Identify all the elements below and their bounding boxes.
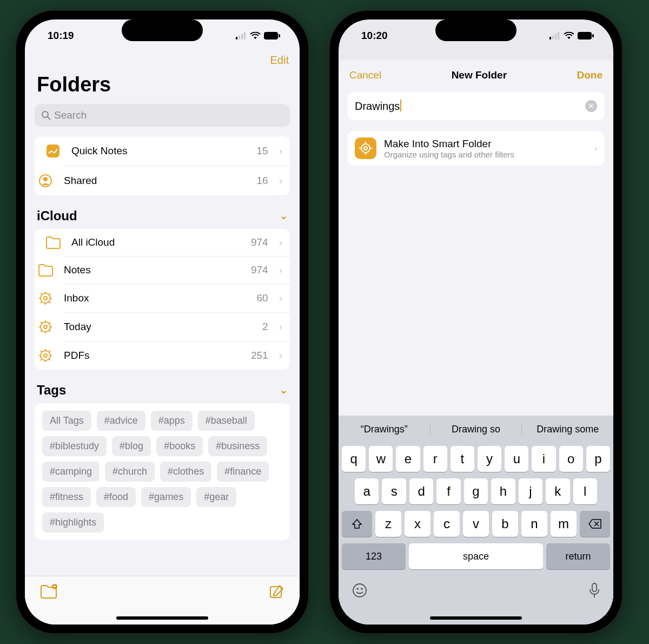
- tags-cloud: All Tags#advice#apps#baseball#biblestudy…: [35, 403, 290, 540]
- gear-icon: [38, 320, 52, 334]
- key-g[interactable]: g: [464, 478, 488, 504]
- tag-chip[interactable]: #finance: [217, 462, 269, 482]
- row-quick-notes[interactable]: Quick Notes 15 ›: [35, 136, 290, 166]
- backspace-key[interactable]: [580, 511, 610, 537]
- key-c[interactable]: c: [434, 511, 460, 537]
- tag-chip[interactable]: #gear: [196, 487, 236, 507]
- search-input[interactable]: Search: [35, 104, 290, 127]
- key-k[interactable]: k: [546, 478, 569, 504]
- tag-chip[interactable]: #advice: [97, 411, 145, 431]
- quicknote-icon: [45, 143, 61, 159]
- tag-chip[interactable]: #clothes: [160, 462, 211, 482]
- suggestion[interactable]: Drawing some: [521, 424, 613, 435]
- cancel-button[interactable]: Cancel: [349, 69, 381, 81]
- tag-chip[interactable]: All Tags: [42, 411, 91, 431]
- key-y[interactable]: y: [478, 446, 501, 472]
- key-j[interactable]: j: [519, 478, 542, 504]
- tag-chip[interactable]: #blog: [112, 436, 151, 456]
- key-b[interactable]: b: [492, 511, 518, 537]
- tag-chip[interactable]: #camping: [42, 462, 100, 482]
- edit-button[interactable]: Edit: [270, 54, 289, 67]
- key-m[interactable]: m: [551, 511, 577, 537]
- phone-left: 10:19 Edit Folders Search Quick No: [16, 11, 308, 633]
- tag-chip[interactable]: #fitness: [42, 487, 91, 507]
- tag-chip[interactable]: #food: [96, 487, 136, 507]
- space-key[interactable]: space: [409, 543, 543, 569]
- folder-icon: [45, 236, 61, 249]
- nav-header: Edit: [25, 52, 300, 72]
- shift-key[interactable]: [342, 511, 372, 537]
- svg-rect-0: [236, 37, 237, 40]
- tag-chip[interactable]: #church: [105, 462, 155, 482]
- row-inbox[interactable]: Inbox 60 ›: [64, 284, 290, 312]
- input-value: Drawings: [355, 100, 400, 112]
- svg-rect-5: [279, 34, 280, 37]
- dictation-button[interactable]: [588, 582, 600, 599]
- gear-icon: [38, 291, 52, 305]
- tag-chip[interactable]: #biblestudy: [42, 436, 107, 456]
- clear-button[interactable]: ✕: [585, 100, 597, 112]
- new-folder-button[interactable]: +: [40, 584, 57, 599]
- row-label: All iCloud: [71, 236, 243, 248]
- key-q[interactable]: q: [342, 446, 366, 472]
- row-all-icloud[interactable]: All iCloud 974 ›: [35, 229, 290, 256]
- key-u[interactable]: u: [505, 446, 528, 472]
- svg-point-11: [41, 293, 50, 303]
- svg-line-19: [41, 302, 42, 303]
- key-v[interactable]: v: [463, 511, 489, 537]
- key-l[interactable]: l: [573, 478, 597, 504]
- row-notes[interactable]: Notes 974 ›: [64, 256, 290, 284]
- return-key[interactable]: return: [546, 543, 610, 569]
- key-f[interactable]: f: [436, 478, 460, 504]
- wifi-icon: [250, 32, 261, 40]
- row-today[interactable]: Today 2 ›: [64, 312, 290, 341]
- section-header-icloud[interactable]: iCloud ⌄: [35, 208, 290, 229]
- key-p[interactable]: p: [586, 446, 610, 472]
- key-x[interactable]: x: [405, 511, 431, 537]
- tag-chip[interactable]: #business: [208, 436, 267, 456]
- status-icons: [236, 32, 280, 40]
- key-d[interactable]: d: [409, 478, 433, 504]
- notch: [122, 19, 203, 41]
- section-header-tags[interactable]: Tags ⌄: [35, 383, 290, 403]
- tag-chip[interactable]: #highlights: [42, 512, 104, 533]
- key-o[interactable]: o: [559, 446, 583, 472]
- compose-button[interactable]: [269, 584, 284, 599]
- tag-chip[interactable]: #baseball: [198, 411, 255, 431]
- row-label: Today: [64, 321, 255, 333]
- key-i[interactable]: i: [532, 446, 555, 472]
- wifi-icon: [564, 32, 574, 40]
- emoji-button[interactable]: [352, 582, 368, 599]
- tag-chip[interactable]: #games: [141, 487, 191, 507]
- home-indicator[interactable]: [430, 616, 522, 620]
- svg-point-51: [364, 147, 367, 150]
- key-a[interactable]: a: [355, 478, 379, 504]
- key-e[interactable]: e: [396, 446, 420, 472]
- key-n[interactable]: n: [521, 511, 547, 537]
- key-h[interactable]: h: [491, 478, 515, 504]
- page-title: Folders: [35, 72, 290, 104]
- row-shared[interactable]: Shared 16 ›: [64, 166, 290, 195]
- key-s[interactable]: s: [382, 478, 406, 504]
- folder-name-input[interactable]: Drawings ✕: [347, 92, 605, 120]
- tag-chip[interactable]: #apps: [151, 411, 193, 431]
- svg-rect-47: [558, 32, 559, 40]
- suggestion[interactable]: “Drawings”: [339, 424, 430, 435]
- key-w[interactable]: w: [369, 446, 393, 472]
- home-indicator[interactable]: [116, 616, 208, 620]
- numbers-key[interactable]: 123: [342, 543, 406, 569]
- tag-chip[interactable]: #books: [156, 436, 203, 456]
- key-z[interactable]: z: [375, 511, 401, 537]
- row-pdfs[interactable]: PDFs 251 ›: [64, 341, 290, 370]
- make-smart-folder-row[interactable]: Make Into Smart Folder Organize using ta…: [347, 131, 605, 166]
- key-row-3: zxcvbnm: [339, 508, 613, 540]
- key-row-4: 123 space return: [339, 540, 613, 573]
- svg-rect-4: [264, 32, 278, 40]
- suggestion[interactable]: Drawing so: [430, 424, 522, 435]
- key-r[interactable]: r: [423, 446, 447, 472]
- svg-point-6: [42, 111, 48, 117]
- svg-point-22: [44, 325, 47, 328]
- key-t[interactable]: t: [451, 446, 474, 472]
- done-button[interactable]: Done: [577, 69, 603, 81]
- svg-line-40: [49, 351, 50, 352]
